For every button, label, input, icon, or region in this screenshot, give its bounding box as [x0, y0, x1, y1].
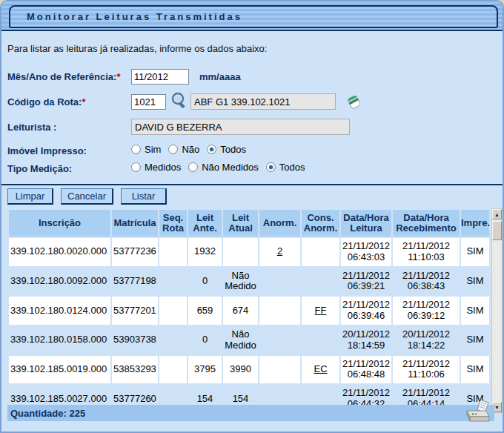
- cell-seq_rota: [159, 356, 187, 384]
- column-header: Leit Ante.: [188, 210, 222, 237]
- quantity-label: Quantidade: 225: [10, 408, 85, 419]
- cell-leit_ante: 0: [188, 326, 222, 354]
- cell-recebimento: 21/11/201206:38:43: [393, 268, 460, 296]
- cell-leit_ante: 0: [188, 268, 222, 296]
- cell-leit_ante: 1932: [188, 238, 222, 266]
- readings-table: InscriçãoMatrículaSeq. RotaLeit Ante.Lei…: [7, 208, 491, 414]
- column-header: Cons. Anorm.: [302, 210, 339, 237]
- page-title: Monitorar Leituras Transmitidas: [27, 11, 242, 22]
- radio-label: Medidos: [145, 162, 181, 173]
- cell-leit_ante: 3795: [188, 356, 222, 384]
- required-asterisk: *: [116, 71, 120, 82]
- cell-cons_anorm: EC: [302, 356, 339, 384]
- printed-property-label: Imóvel Impresso:: [7, 145, 131, 156]
- measurement-type-radio-group: MedidosNão MedidosTodos: [131, 162, 312, 175]
- radio-medidos[interactable]: [131, 162, 141, 172]
- cell-seq_rota: [159, 268, 187, 296]
- cell-matricula: 53777198: [112, 268, 158, 296]
- measurement-type-row: Tipo Medição: MedidosNão MedidosTodos: [7, 162, 503, 175]
- cell-seq_rota: [159, 297, 187, 325]
- cell-leit_ante: 659: [188, 297, 222, 325]
- radio-todos[interactable]: [266, 162, 276, 172]
- window-title-bar: Monitorar Leituras Transmitidas: [9, 5, 498, 28]
- cell-cons_anorm: [302, 326, 339, 354]
- anorm-link[interactable]: 2: [277, 245, 282, 257]
- column-header: Data/Hora Leitura: [341, 210, 391, 237]
- table-row: 339.102.180.0124.00053777201659674FF21/1…: [9, 297, 489, 325]
- cell-impre: SIM: [461, 268, 489, 296]
- search-icon[interactable]: [170, 92, 188, 111]
- listar-button[interactable]: Listar: [121, 188, 167, 205]
- cell-inscricao: 339.102.180.0020.000: [9, 238, 110, 266]
- cell-leitura: 21/11/201206:48:48: [341, 356, 391, 384]
- cancelar-button[interactable]: Cancelar: [61, 188, 113, 205]
- radio-label: Não: [182, 144, 199, 155]
- cell-leit_atual: Não Medido: [223, 268, 258, 296]
- cell-impre: SIM: [461, 297, 489, 325]
- table-scrollbar[interactable]: ▲ ▼: [491, 208, 503, 413]
- required-asterisk: *: [82, 96, 85, 108]
- route-code-input[interactable]: [131, 94, 166, 110]
- radio-sim[interactable]: [131, 145, 141, 154]
- table-header-row: InscriçãoMatrículaSeq. RotaLeit Ante.Lei…: [9, 210, 489, 237]
- footer-bar: Quantidade: 225: [7, 405, 494, 421]
- cell-inscricao: 339.102.185.0019.000: [9, 356, 110, 384]
- radio-label: Não Medidos: [202, 162, 259, 173]
- route-description-field: ABF G1 339.102.1021: [190, 93, 336, 110]
- cell-impre: SIM: [461, 238, 489, 266]
- reader-name-field: DAVID G BEZERRA: [131, 119, 350, 135]
- radio-não-medidos[interactable]: [188, 162, 198, 172]
- cell-inscricao: 339.102.180.0158.000: [9, 326, 110, 354]
- cell-matricula: 53903738: [112, 326, 158, 354]
- cell-recebimento: 21/11/201211:10:03: [393, 238, 460, 266]
- cell-leit_atual: [223, 238, 258, 266]
- cell-leit_atual: 674: [223, 297, 258, 325]
- cell-cons_anorm: [302, 268, 339, 296]
- cell-cons_anorm: FF: [302, 297, 339, 325]
- table-row: 339.102.180.0020.000537772361932221/11/2…: [9, 238, 489, 266]
- route-label: Código da Rota:*: [7, 96, 131, 108]
- cell-seq_rota: [159, 326, 187, 354]
- cell-leitura: 21/11/201206:39:46: [341, 297, 391, 325]
- scroll-thumb[interactable]: [492, 221, 502, 240]
- table-row: 339.102.185.0019.0005385329337953990EC21…: [9, 356, 489, 384]
- cell-matricula: 53853293: [112, 356, 158, 384]
- button-toolbar: Limpar Cancelar Listar: [7, 188, 497, 205]
- printed-property-radio-group: SimNãoTodos: [131, 144, 253, 157]
- radio-não[interactable]: [168, 145, 178, 154]
- printer-icon[interactable]: [464, 400, 492, 426]
- column-header: Data/Hora Recebimento: [393, 210, 460, 237]
- table-row: 339.102.180.0092.000537771980Não Medido2…: [9, 268, 489, 296]
- printed-property-row: Imóvel Impresso: SimNãoTodos: [7, 144, 503, 157]
- reference-row: Mês/Ano de Referência:* mm/aaaa: [7, 69, 503, 85]
- cell-leitura: 21/11/201206:39:21: [341, 268, 391, 296]
- cell-anorm: 2: [259, 238, 300, 266]
- cons_anorm-link[interactable]: FF: [315, 305, 327, 316]
- column-header: Anorm.: [259, 210, 300, 237]
- limpar-button[interactable]: Limpar: [7, 188, 53, 205]
- reader-label: Leiturista :: [7, 122, 131, 133]
- eraser-icon[interactable]: [346, 92, 362, 111]
- column-header: Impre.: [461, 210, 489, 237]
- column-header: Inscrição: [9, 210, 110, 237]
- cons_anorm-link[interactable]: EC: [314, 363, 327, 374]
- cell-inscricao: 339.102.180.0124.000: [9, 297, 110, 325]
- page: Monitorar Leituras Transmitidas Para lis…: [0, 0, 504, 433]
- column-header: Leit Atual: [223, 210, 258, 237]
- cell-recebimento: 20/11/201218:14:22: [393, 326, 460, 354]
- cell-matricula: 53777236: [112, 238, 158, 266]
- cell-recebimento: 21/11/201206:39:12: [393, 297, 460, 325]
- radio-label: Sim: [145, 144, 161, 155]
- reference-format-hint: mm/aaaa: [199, 71, 241, 82]
- cell-anorm: [259, 326, 300, 354]
- cell-matricula: 53777201: [112, 297, 158, 325]
- measurement-type-label: Tipo Medição:: [7, 163, 131, 174]
- reference-input[interactable]: [131, 69, 189, 85]
- route-row: Código da Rota:* ABF G1 339.102.1021: [7, 92, 503, 111]
- column-header: Matrícula: [112, 210, 158, 237]
- cell-inscricao: 339.102.180.0092.000: [9, 268, 110, 296]
- reader-row: Leiturista : DAVID G BEZERRA: [7, 119, 503, 135]
- divider: [1, 184, 503, 185]
- radio-todos[interactable]: [207, 145, 216, 154]
- scroll-up-button[interactable]: ▲: [492, 209, 502, 219]
